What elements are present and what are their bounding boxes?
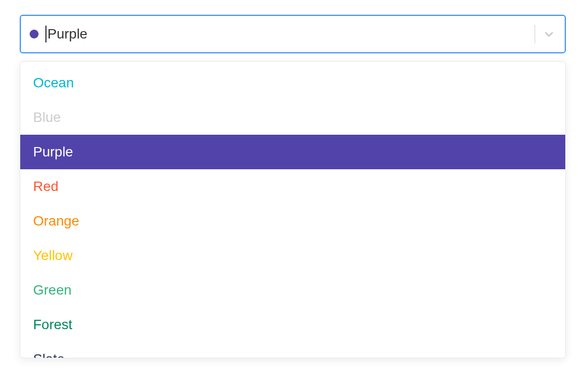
option-green[interactable]: Green [20, 273, 565, 307]
selected-value-label: Purple [47, 26, 87, 42]
select-indicators [533, 16, 565, 52]
option-blue: Blue [20, 100, 565, 135]
option-label: Forest [33, 318, 72, 332]
option-label: Purple [33, 145, 73, 159]
option-purple[interactable]: Purple [20, 135, 565, 169]
option-label: Blue [33, 111, 61, 124]
selected-color-dot [30, 30, 39, 38]
option-label: Orange [33, 214, 79, 228]
option-forest[interactable]: Forest [20, 307, 565, 342]
option-label: Slate [33, 352, 65, 358]
option-label: Yellow [33, 249, 73, 263]
option-orange[interactable]: Orange [20, 204, 565, 238]
color-select-control[interactable]: Purple [20, 15, 566, 53]
option-ocean[interactable]: Ocean [20, 66, 565, 100]
option-slate[interactable]: Slate [20, 342, 565, 358]
color-select-value[interactable]: Purple [45, 16, 533, 52]
option-label: Green [33, 283, 72, 297]
indicator-separator [535, 25, 535, 43]
option-label: Red [33, 180, 58, 193]
option-label: Ocean [33, 76, 74, 90]
option-red[interactable]: Red [20, 169, 565, 204]
chevron-down-icon[interactable] [542, 27, 556, 41]
text-cursor [45, 26, 46, 42]
option-yellow[interactable]: Yellow [20, 238, 565, 273]
color-select-menu[interactable]: OceanBluePurpleRedOrangeYellowGreenFores… [20, 61, 566, 358]
